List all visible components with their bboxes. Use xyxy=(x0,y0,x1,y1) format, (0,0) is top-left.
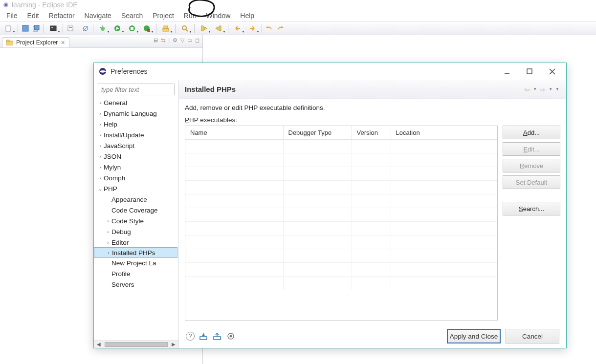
tree-node-php[interactable]: ⌄PHP xyxy=(94,183,177,194)
new-button[interactable]: ▼ xyxy=(2,24,15,33)
prev-annotation-button[interactable]: ▼ xyxy=(212,24,225,33)
build-button[interactable] xyxy=(66,24,75,33)
save-button[interactable] xyxy=(21,24,30,33)
dropdown-caret-icon[interactable]: ▼ xyxy=(548,87,553,91)
filter-input[interactable] xyxy=(98,84,175,95)
back-history-button[interactable]: ▼ xyxy=(231,24,244,33)
chevron-right-icon[interactable]: › xyxy=(97,154,104,159)
search-button[interactable]: Search... xyxy=(503,202,560,215)
chevron-right-icon[interactable]: › xyxy=(97,175,104,181)
remove-button[interactable]: Remove xyxy=(503,159,560,172)
external-tools-button[interactable]: ▼ xyxy=(140,24,153,33)
dropdown-caret-icon[interactable]: ▽ xyxy=(180,37,184,43)
tree-node-label: PHP xyxy=(104,185,117,193)
debug-button[interactable]: ▼ xyxy=(96,24,109,33)
coverage-button[interactable]: ▼ xyxy=(126,24,138,33)
dropdown-caret-icon[interactable]: ▼ xyxy=(532,87,538,91)
menu-refactor[interactable]: Refactor xyxy=(44,11,79,21)
chevron-right-icon[interactable]: › xyxy=(97,111,104,116)
chevron-right-icon[interactable]: › xyxy=(97,143,104,149)
menu-project[interactable]: Project xyxy=(148,11,178,21)
tree-node-label: Install/Update xyxy=(104,131,144,139)
record-icon[interactable] xyxy=(227,332,235,340)
maximize-button[interactable] xyxy=(520,64,539,78)
chevron-right-icon[interactable]: › xyxy=(105,229,111,235)
scroll-right-icon[interactable]: ▶ xyxy=(170,342,177,347)
tree-node-help[interactable]: ›Help xyxy=(94,119,177,129)
col-version[interactable]: Version xyxy=(352,126,391,140)
terminal-button[interactable]: ▼ xyxy=(47,24,60,33)
view-menu-icon[interactable]: ⚙ xyxy=(173,37,177,43)
tree-node-dynamic-languag[interactable]: ›Dynamic Languag xyxy=(94,108,177,119)
chevron-right-icon[interactable]: › xyxy=(105,218,111,224)
menu-file[interactable]: File xyxy=(2,11,22,21)
cancel-button[interactable]: Cancel xyxy=(506,329,559,343)
chevron-right-icon[interactable]: › xyxy=(97,165,104,170)
link-editor-icon[interactable]: ⇆ xyxy=(161,37,165,43)
tree-node-installed-phps[interactable]: ›Installed PHPs xyxy=(94,247,177,258)
svg-rect-2 xyxy=(6,26,10,31)
run-button[interactable]: ▼ xyxy=(111,24,124,33)
nav-forward-icon[interactable]: ⇨ xyxy=(539,86,547,93)
tree-node-label: Code Coverage xyxy=(111,207,158,214)
menu-window[interactable]: Window xyxy=(202,11,235,21)
scroll-thumb[interactable] xyxy=(105,342,168,347)
nav-back-icon[interactable]: ⇦ xyxy=(523,86,531,93)
saveall-button[interactable] xyxy=(32,24,41,33)
new-server-button[interactable]: ▼ xyxy=(159,24,172,33)
minimize-view-icon[interactable]: ▭ xyxy=(187,37,192,43)
forward-history-button[interactable]: ▼ xyxy=(246,24,259,33)
chevron-down-icon[interactable]: ⌄ xyxy=(97,186,104,192)
menu-help[interactable]: Help xyxy=(236,11,259,21)
tree-node-code-coverage[interactable]: Code Coverage xyxy=(94,205,177,215)
export-icon[interactable] xyxy=(213,332,222,340)
chevron-right-icon[interactable]: › xyxy=(97,132,104,138)
menu-run[interactable]: Run xyxy=(179,11,201,21)
set-default-button[interactable]: Set Default xyxy=(503,175,560,189)
collapse-all-icon[interactable]: ⊟ xyxy=(154,37,158,43)
chevron-right-icon[interactable]: › xyxy=(105,240,111,245)
undo-nav-icon[interactable] xyxy=(265,24,274,33)
redo-nav-icon[interactable] xyxy=(276,24,285,33)
preferences-tree[interactable]: ›General›Dynamic Languag›Help›Install/Up… xyxy=(94,97,178,340)
view-tab-row: Project Explorer ✕ ⊟ ⇆ | ⚙ ▽ ▭ ◻ xyxy=(0,35,202,48)
tree-node-new-project-la[interactable]: New Project La xyxy=(94,257,177,268)
tree-node-mylyn[interactable]: ›Mylyn xyxy=(94,162,177,172)
menu-navigate[interactable]: Navigate xyxy=(80,11,116,21)
tree-node-general[interactable]: ›General xyxy=(94,97,177,108)
edit-button[interactable]: Edit... xyxy=(503,142,560,156)
chevron-right-icon[interactable]: › xyxy=(97,122,104,127)
chevron-right-icon[interactable]: › xyxy=(105,250,112,256)
add-button[interactable]: Add... xyxy=(503,126,560,139)
tree-node-javascript[interactable]: ›JavaScript xyxy=(94,140,177,151)
tree-node-debug[interactable]: ›Debug xyxy=(94,226,177,237)
tree-node-oomph[interactable]: ›Oomph xyxy=(94,172,177,183)
tree-node-profile[interactable]: Profile xyxy=(94,268,177,279)
search-button[interactable]: ▼ xyxy=(178,24,191,33)
project-explorer-tab[interactable]: Project Explorer ✕ xyxy=(2,37,69,47)
col-name[interactable]: Name xyxy=(185,126,283,140)
tree-node-code-style[interactable]: ›Code Style xyxy=(94,215,177,226)
next-annotation-button[interactable]: ▼ xyxy=(198,24,210,33)
chevron-right-icon[interactable]: › xyxy=(97,100,104,106)
tree-node-editor[interactable]: ›Editor xyxy=(94,237,177,248)
apply-close-button[interactable]: Apply and Close xyxy=(447,329,501,343)
tree-node-servers[interactable]: Servers xyxy=(94,279,177,290)
menu-search[interactable]: Search xyxy=(117,11,147,21)
help-icon[interactable]: ? xyxy=(186,332,195,341)
tree-node-install-update[interactable]: ›Install/Update xyxy=(94,129,177,140)
col-debugger-type[interactable]: Debugger Type xyxy=(283,126,352,140)
col-location[interactable]: Location xyxy=(391,126,497,140)
menu-edit[interactable]: Edit xyxy=(23,11,44,21)
skip-breakpoints-icon[interactable] xyxy=(81,24,90,33)
scroll-left-icon[interactable]: ◀ xyxy=(95,342,103,347)
minimize-button[interactable] xyxy=(498,64,516,78)
tree-node-appearance[interactable]: Appearance xyxy=(94,194,177,205)
import-icon[interactable] xyxy=(199,332,208,340)
maximize-view-icon[interactable]: ◻ xyxy=(195,37,199,43)
close-button[interactable] xyxy=(543,64,561,78)
tree-hscrollbar[interactable]: ◀ ▶ xyxy=(94,340,178,348)
executables-table[interactable]: Name Debugger Type Version Location xyxy=(185,126,498,321)
tree-node-json[interactable]: ›JSON xyxy=(94,151,177,162)
close-icon[interactable]: ✕ xyxy=(61,40,65,46)
